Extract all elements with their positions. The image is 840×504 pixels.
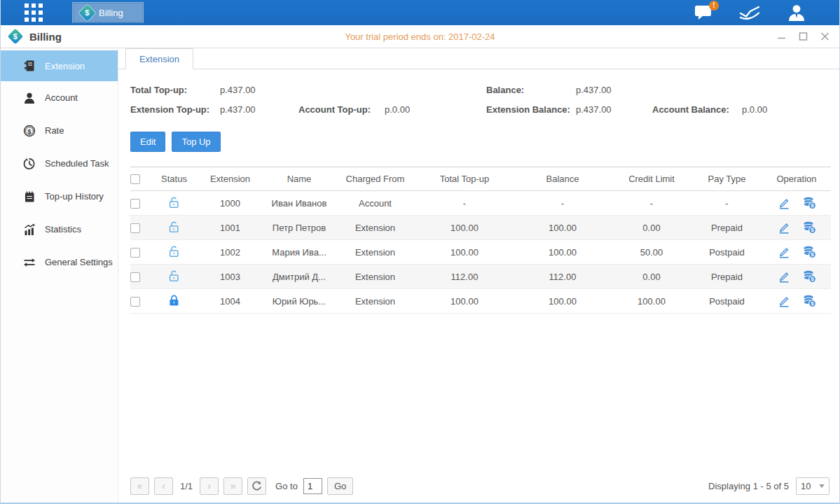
- messages-icon[interactable]: !: [694, 5, 713, 21]
- col-credit-limit: Credit Limit: [612, 167, 691, 191]
- last-page-button[interactable]: »: [223, 477, 242, 495]
- edit-row-icon[interactable]: [778, 295, 790, 307]
- col-extension: Extension: [197, 167, 263, 191]
- displaying-text: Displaying 1 - 5 of 5: [708, 481, 789, 491]
- extension-table: Status Extension Name Charged From Total…: [130, 167, 831, 314]
- sidebar-item-topup-history[interactable]: Top-up History: [1, 180, 118, 213]
- general-settings-arrows-icon: [23, 256, 36, 269]
- table-row[interactable]: 1003Дмитрий Д...Extension112.00112.000.0…: [130, 265, 831, 289]
- minimize-icon[interactable]: [777, 32, 786, 41]
- balance-value: p.437.00: [576, 85, 612, 95]
- lock-open-icon: [168, 245, 180, 258]
- lock-open-icon: [168, 270, 180, 282]
- table-row[interactable]: 1004Юрий Юрь...Extension100.00100.00100.…: [130, 289, 831, 314]
- edit-row-icon[interactable]: [778, 246, 790, 258]
- total-topup-label: Total Top-up:: [130, 85, 220, 95]
- account-topup-label: Account Top-up:: [298, 104, 385, 115]
- credit-limit-cell: 100.00: [612, 289, 691, 314]
- extension-topup-value: p.437.00: [220, 104, 256, 115]
- account-person-icon: [23, 92, 36, 104]
- sidebar-item-label: Extension: [45, 61, 85, 71]
- edit-row-icon[interactable]: [778, 270, 790, 283]
- notification-badge: !: [709, 1, 719, 10]
- extension-cell: 1003: [197, 265, 263, 289]
- page-size-select[interactable]: 10: [796, 477, 829, 495]
- window-titlebar: $ Billing Your trial period ends on: 201…: [1, 25, 839, 48]
- top-up-row-icon[interactable]: $: [803, 197, 816, 209]
- col-pay-type: Pay Type: [691, 167, 762, 191]
- balance-cell: 112.00: [514, 265, 612, 289]
- table-row[interactable]: 1001Петр ПетровExtension100.00100.000.00…: [130, 216, 831, 240]
- select-all-checkbox[interactable]: [130, 174, 140, 184]
- pagination-bar: « ‹ 1/1 › » Go to Go Displaying 1 - 5 of…: [130, 469, 829, 503]
- topup-history-journal-icon: [23, 190, 36, 203]
- credit-limit-cell: 50.00: [612, 240, 691, 265]
- extension-balance-value: p.437.00: [576, 104, 612, 115]
- pay-type-cell: Postpaid: [691, 240, 762, 265]
- status-cell: [151, 191, 197, 216]
- top-up-row-icon[interactable]: $: [803, 221, 816, 234]
- window-title: Billing: [29, 31, 62, 43]
- total-topup-cell: 100.00: [415, 289, 514, 314]
- tab-extension[interactable]: Extension: [125, 48, 193, 69]
- edit-button[interactable]: Edit: [130, 132, 165, 152]
- top-up-row-icon[interactable]: $: [803, 295, 816, 307]
- name-cell: Дмитрий Д...: [263, 265, 335, 289]
- col-status: Status: [151, 167, 197, 191]
- balance-label: Balance:: [486, 85, 576, 95]
- row-checkbox[interactable]: [130, 223, 140, 233]
- top-up-row-icon[interactable]: $: [803, 270, 816, 283]
- account-balance-value: p.0.00: [742, 104, 767, 115]
- row-checkbox[interactable]: [130, 297, 140, 307]
- billing-app-window: $ Billing !: [0, 0, 840, 504]
- prev-page-button[interactable]: ‹: [154, 477, 173, 495]
- extension-ledger-icon: [23, 59, 36, 72]
- table-row[interactable]: 1000Иван ИвановAccount----$: [130, 191, 831, 216]
- pay-type-cell: Postpaid: [691, 289, 762, 314]
- row-checkbox[interactable]: [130, 248, 140, 258]
- close-icon[interactable]: [820, 32, 829, 41]
- edit-row-icon[interactable]: [778, 221, 790, 234]
- user-account-icon[interactable]: [786, 4, 807, 22]
- name-cell: Мария Ива...: [263, 240, 335, 265]
- status-cell: [151, 216, 197, 240]
- col-operation: Operation: [762, 167, 831, 191]
- charged-from-cell: Extension: [335, 216, 415, 240]
- col-total-topup: Total Top-up: [415, 167, 514, 191]
- table-row[interactable]: 1002Мария Ива...Extension100.00100.0050.…: [130, 240, 831, 265]
- billing-logo-icon: $: [8, 29, 24, 45]
- goto-page-input[interactable]: [303, 478, 322, 494]
- status-cell: [151, 265, 197, 289]
- sidebar-item-label: Top-up History: [45, 191, 104, 202]
- go-button[interactable]: Go: [327, 477, 353, 495]
- sidebar-item-label: Rate: [45, 125, 64, 136]
- refresh-button[interactable]: [247, 477, 266, 495]
- first-page-button[interactable]: «: [130, 477, 149, 495]
- sidebar-item-general-settings[interactable]: General Settings: [1, 246, 118, 279]
- sidebar-item-statistics[interactable]: Statistics: [1, 213, 118, 246]
- credit-limit-cell: -: [612, 191, 691, 216]
- sidebar-item-scheduled-task[interactable]: Scheduled Task: [1, 147, 118, 180]
- edit-row-icon[interactable]: [778, 197, 790, 209]
- col-name: Name: [263, 167, 335, 191]
- app-grid-icon[interactable]: [25, 4, 43, 22]
- next-page-button[interactable]: ›: [200, 477, 219, 495]
- top-up-button[interactable]: Top Up: [172, 132, 220, 152]
- charged-from-cell: Extension: [335, 265, 415, 289]
- sidebar-item-extension[interactable]: Extension: [1, 50, 118, 81]
- taskbar-tab-billing[interactable]: $ Billing: [72, 2, 144, 23]
- sidebar-item-account[interactable]: Account: [1, 81, 118, 114]
- sidebar-item-rate[interactable]: $ Rate: [1, 114, 118, 147]
- extension-balance-label: Extension Balance:: [486, 104, 576, 115]
- total-topup-cell: 100.00: [415, 240, 514, 265]
- row-checkbox[interactable]: [130, 199, 140, 209]
- credit-limit-cell: 0.00: [612, 265, 691, 289]
- extension-cell: 1004: [197, 289, 263, 314]
- status-cell: [151, 289, 197, 314]
- maximize-icon[interactable]: [799, 32, 808, 41]
- balance-cell: 100.00: [514, 216, 612, 240]
- top-up-row-icon[interactable]: $: [803, 246, 816, 258]
- row-checkbox[interactable]: [130, 272, 140, 282]
- svg-text:$: $: [27, 127, 32, 134]
- resource-monitor-icon[interactable]: [738, 4, 761, 21]
